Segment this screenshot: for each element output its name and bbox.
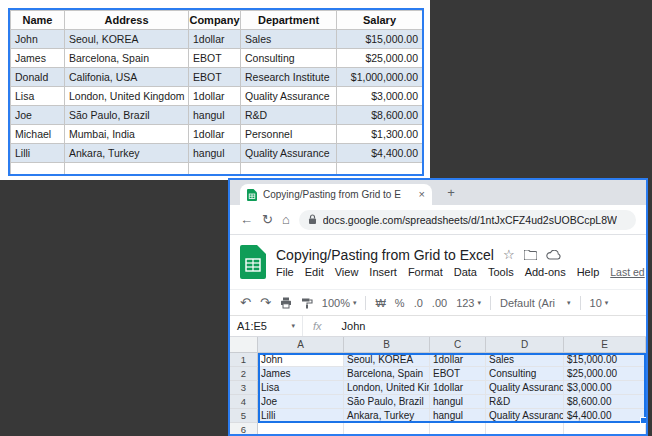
table-cell[interactable]: Michael (11, 125, 65, 144)
table-cell[interactable]: James (11, 49, 65, 68)
table-cell[interactable]: Quality Assurance (241, 144, 337, 163)
sheet-column-header[interactable]: A (258, 337, 344, 353)
table-cell[interactable]: Califonia, USA (65, 68, 189, 87)
sheet-cell[interactable]: Lisa (258, 381, 344, 395)
select-all-corner[interactable] (230, 337, 258, 353)
table-cell[interactable]: Ankara, Turkey (65, 144, 189, 163)
table-cell[interactable]: Seoul, KOREA (65, 30, 189, 49)
menu-help[interactable]: Help (577, 266, 600, 278)
table-cell[interactable]: São Paulo, Brazil (65, 106, 189, 125)
document-title[interactable]: Copying/Pasting from Grid to Excel (276, 247, 494, 263)
table-cell[interactable] (11, 163, 65, 177)
close-tab-icon[interactable]: × (419, 189, 425, 200)
undo-icon[interactable]: ↶ (240, 296, 251, 309)
sheet-cell[interactable]: London, United Kingdom (344, 381, 430, 395)
sheet-cell[interactable]: Seoul, KOREA (344, 353, 430, 367)
paint-format-icon[interactable] (301, 297, 313, 309)
table-cell[interactable]: Mumbai, India (65, 125, 189, 144)
sheet-cell[interactable]: hangul (430, 395, 486, 409)
menu-edit[interactable]: Edit (305, 266, 324, 278)
table-cell[interactable]: Joe (11, 106, 65, 125)
reload-icon[interactable]: ↻ (262, 213, 273, 226)
font-size-select[interactable]: 10 ▾ (590, 297, 609, 309)
sheet-row-header[interactable]: 2 (230, 367, 258, 381)
table-cell[interactable]: $3,000.00 (337, 87, 423, 106)
sheet-cell[interactable] (486, 423, 564, 434)
sheet-row-header[interactable]: 4 (230, 395, 258, 409)
table-cell[interactable]: Lilli (11, 144, 65, 163)
sheet-cell[interactable]: São Paulo, Brazil (344, 395, 430, 409)
new-tab-button[interactable]: + (442, 184, 460, 202)
menu-view[interactable]: View (335, 266, 359, 278)
sheet-cell[interactable]: 1dollar (430, 381, 486, 395)
table-cell[interactable]: Consulting (241, 49, 337, 68)
table-cell[interactable]: Personnel (241, 125, 337, 144)
home-icon[interactable]: ⌂ (282, 213, 290, 226)
sheet-cell[interactable]: $15,000.00 (564, 353, 646, 367)
sheet-cell[interactable]: hangul (430, 409, 486, 423)
sheet-cell[interactable] (564, 423, 646, 434)
menu-data[interactable]: Data (454, 266, 477, 278)
table-cell[interactable]: $1,300.00 (337, 125, 423, 144)
sheet-cell[interactable]: $25,000.00 (564, 367, 646, 381)
table-cell[interactable]: Lisa (11, 87, 65, 106)
table-cell[interactable]: John (11, 30, 65, 49)
table-cell[interactable]: Donald (11, 68, 65, 87)
sheet-cell[interactable]: R&D (486, 395, 564, 409)
sheet-cell[interactable]: Consulting (486, 367, 564, 381)
table-cell[interactable]: EBOT (189, 49, 241, 68)
sheet-row-header[interactable]: 5 (230, 409, 258, 423)
print-icon[interactable] (280, 297, 292, 309)
table-cell[interactable]: Quality Assurance (241, 87, 337, 106)
sheet-cell[interactable]: EBOT (430, 367, 486, 381)
redo-icon[interactable]: ↷ (260, 296, 271, 309)
menu-insert[interactable]: Insert (369, 266, 397, 278)
sheet-cell[interactable]: Quality Assurance (486, 409, 564, 423)
sheet-cell[interactable]: Joe (258, 395, 344, 409)
table-cell[interactable] (241, 163, 337, 177)
menu-addons[interactable]: Add-ons (525, 266, 566, 278)
sheet-cell[interactable]: Lilli (258, 409, 344, 423)
sheet-cell[interactable]: $8,600.00 (564, 395, 646, 409)
table-cell[interactable] (65, 163, 189, 177)
table-cell[interactable]: $1,000,000.00 (337, 68, 423, 87)
sheet-cell[interactable] (258, 423, 344, 434)
sheet-row-header[interactable]: 3 (230, 381, 258, 395)
sheet-row-header[interactable]: 6 (230, 423, 258, 434)
table-cell[interactable]: $8,600.00 (337, 106, 423, 125)
table-cell[interactable] (189, 163, 241, 177)
table-cell[interactable]: 1dollar (189, 87, 241, 106)
table-cell[interactable]: EBOT (189, 68, 241, 87)
menu-tools[interactable]: Tools (488, 266, 514, 278)
table-cell[interactable]: Research Institute (241, 68, 337, 87)
menu-format[interactable]: Format (408, 266, 443, 278)
sheet-column-header[interactable]: D (486, 337, 564, 353)
back-icon[interactable]: ← (240, 213, 253, 226)
table-cell[interactable]: hangul (189, 144, 241, 163)
sheet-cell[interactable] (344, 423, 430, 434)
browser-tab[interactable]: Copying/Pasting from Grid to E × (240, 184, 432, 205)
percent-format-button[interactable]: % (395, 297, 405, 309)
sheet-cell[interactable]: James (258, 367, 344, 381)
sheet-cell[interactable]: $3,000.00 (564, 381, 646, 395)
star-icon[interactable]: ☆ (503, 248, 515, 261)
move-folder-icon[interactable] (524, 250, 537, 260)
more-formats-button[interactable]: 123 ▾ (456, 297, 481, 309)
increase-decimal-button[interactable]: .00 (432, 297, 447, 309)
sheet-row-header[interactable]: 1 (230, 353, 258, 367)
table-cell[interactable] (337, 163, 423, 177)
address-bar[interactable]: docs.google.com/spreadsheets/d/1ntJxCFZ4… (299, 210, 636, 230)
decrease-decimal-button[interactable]: .0 (414, 297, 423, 309)
lock-icon[interactable] (308, 214, 317, 225)
formula-input[interactable]: John (332, 320, 366, 332)
sheet-cell[interactable]: John (258, 353, 344, 367)
table-cell[interactable]: 1dollar (189, 125, 241, 144)
currency-format-button[interactable]: ₩ (375, 297, 385, 309)
sheet-column-header[interactable]: B (344, 337, 430, 353)
sheet-cell[interactable]: 1dollar (430, 353, 486, 367)
name-box[interactable]: A1:E5 ▾ (230, 320, 302, 332)
table-cell[interactable]: $25,000.00 (337, 49, 423, 68)
sheet-cell[interactable]: Sales (486, 353, 564, 367)
table-cell[interactable]: R&D (241, 106, 337, 125)
sheet-column-header[interactable]: C (430, 337, 486, 353)
